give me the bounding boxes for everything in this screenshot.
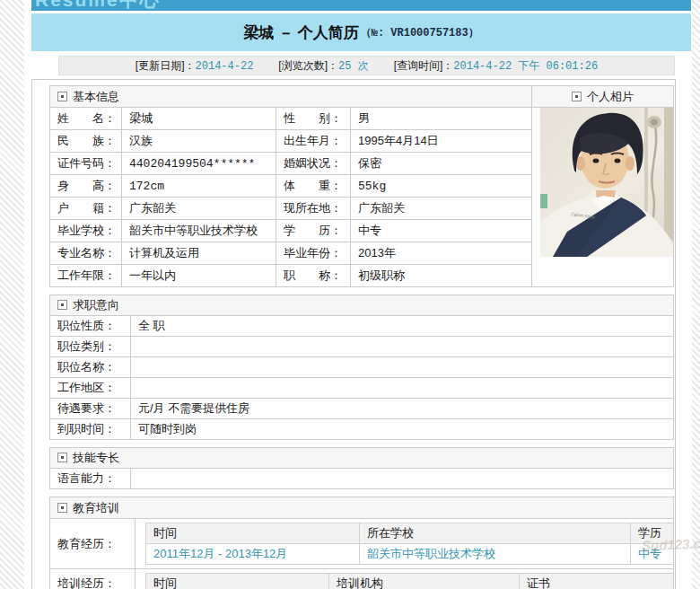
education-school: 韶关市中等职业技术学校	[360, 544, 631, 565]
resume-sections: 基本信息 个人相片 姓 名： 梁城 性 别： 男	[49, 85, 673, 589]
field-value: 1995年4月14日	[351, 130, 532, 153]
query-time-value: 2014-4-22 下午 06:01:26	[453, 60, 598, 73]
field-value: 55kg	[351, 175, 532, 198]
field-label: 证件号码：	[50, 153, 122, 175]
update-date: [更新日期]：2014-4-22	[136, 58, 253, 74]
field-value: 中专	[351, 220, 532, 242]
section-header-photo: 个人相片	[532, 86, 674, 108]
field-label: 职位类别：	[50, 337, 131, 357]
field-label: 性 别：	[276, 108, 351, 130]
table-row: 2011年12月 - 2013年12月 韶关市中等职业技术学校 中专	[146, 544, 674, 565]
education-table: 教育培训 教育经历： 时间 所在学校 学历 20	[49, 497, 674, 589]
photo-cell: Calvin Klein	[532, 108, 674, 287]
job-intention-table: 求职意向 职位性质：全 职 职位类别： 职位名称： 工作地区： 待遇要求：元/月…	[49, 294, 674, 440]
column-header: 所在学校	[360, 523, 631, 544]
field-value: 172cm	[122, 175, 276, 198]
table-row: 时间 所在学校 学历	[146, 523, 674, 544]
field-label: 专业名称：	[50, 242, 122, 265]
education-history-table: 时间 所在学校 学历 2011年12月 - 2013年12月 韶关市中等职业技术…	[145, 523, 674, 565]
view-count-value: 25 次	[338, 60, 369, 73]
table-row: 时间 培训机构 证书	[146, 574, 674, 589]
resume-title-banner: 梁城 － 个人简历 （№: VR1000757183）	[31, 13, 691, 51]
field-value	[131, 469, 674, 489]
field-label: 语言能力：	[50, 469, 131, 489]
field-label: 工作地区：	[50, 378, 131, 399]
field-label: 职位名称：	[50, 357, 131, 378]
field-value: 可随时到岗	[131, 419, 674, 440]
section-toggle-icon[interactable]	[57, 453, 67, 462]
education-period: 2011年12月 - 2013年12月	[146, 544, 360, 565]
field-value: 保密	[351, 153, 532, 175]
query-time: [查询时间]：2014-4-22 下午 06:01:26	[394, 58, 599, 74]
field-value: 440204199504******	[122, 153, 276, 175]
section-title: 技能专长	[73, 451, 119, 464]
table-row: 姓 名： 梁城 性 别： 男	[50, 108, 674, 130]
field-value: 元/月 不需要提供住房	[131, 399, 674, 419]
field-label: 体 重：	[276, 175, 351, 198]
column-header: 时间	[146, 523, 360, 544]
section-toggle-icon[interactable]	[572, 92, 582, 101]
field-label: 工作年限：	[50, 265, 122, 287]
view-count: [浏览次数]：25 次	[278, 58, 368, 74]
section-title: 求职意向	[73, 298, 119, 312]
section-toggle-icon[interactable]	[57, 300, 67, 310]
education-history-cell: 时间 所在学校 学历 2011年12月 - 2013年12月 韶关市中等职业技术…	[136, 519, 674, 569]
field-label: 身 高：	[50, 175, 122, 198]
update-date-label: [更新日期]：	[136, 59, 196, 72]
table-row: 语言能力：	[50, 469, 674, 489]
field-label: 户 籍：	[50, 198, 122, 220]
field-label: 学 历：	[276, 220, 351, 242]
page-title: 梁城 － 个人简历	[243, 22, 358, 43]
table-row: 技能专长	[50, 448, 674, 469]
update-date-value: 2014-4-22	[196, 60, 254, 73]
section-title: 教育培训	[73, 501, 119, 514]
table-row: 基本信息 个人相片	[50, 86, 674, 108]
resume-body: 基本信息 个人相片 姓 名： 梁城 性 别： 男	[31, 79, 676, 589]
field-value: 一年以内	[122, 265, 276, 287]
field-label: 婚姻状况：	[276, 153, 351, 175]
column-header: 时间	[146, 574, 329, 589]
field-value: 广东韶关	[122, 198, 276, 220]
section-header-intention: 求职意向	[50, 295, 674, 316]
meta-stats-bar: [更新日期]：2014-4-22 [浏览次数]：25 次 [查询时间]：2014…	[58, 56, 675, 75]
field-value	[131, 378, 674, 399]
resume-number: （№: VR1000757183）	[361, 25, 479, 40]
field-value: 初级职称	[351, 265, 532, 287]
query-time-label: [查询时间]：	[394, 59, 454, 72]
photo-section-title: 个人相片	[587, 90, 634, 103]
resume-page: { "topbar": { "brand": "Resume中心" }, "ba…	[0, 0, 700, 589]
field-label: 毕业学校：	[50, 220, 122, 242]
field-value: 汉族	[122, 130, 276, 153]
field-label: 到职时间：	[50, 419, 131, 440]
table-row: 职位性质：全 职	[50, 316, 674, 337]
field-label: 职位性质：	[50, 316, 131, 337]
field-value	[131, 337, 674, 357]
column-header: 证书	[520, 574, 674, 589]
section-header-basic: 基本信息	[50, 86, 532, 108]
section-toggle-icon[interactable]	[57, 503, 67, 513]
training-history-cell: 时间 培训机构 证书	[136, 569, 674, 589]
section-header-skills: 技能专长	[50, 448, 674, 469]
table-row: 工作地区：	[50, 378, 674, 399]
column-header: 学历	[631, 523, 674, 544]
field-label: 现所在地：	[276, 198, 351, 220]
section-toggle-icon[interactable]	[57, 92, 67, 101]
column-header: 培训机构	[329, 574, 520, 589]
education-degree: 中专	[631, 544, 674, 565]
view-count-label: [浏览次数]：	[278, 59, 338, 72]
table-row: 到职时间：可随时到岗	[50, 419, 674, 440]
field-label: 民 族：	[50, 130, 122, 153]
field-value: 韶关市中等职业技术学校	[122, 220, 276, 242]
basic-info-table: 基本信息 个人相片 姓 名： 梁城 性 别： 男	[49, 85, 674, 287]
table-row: 职位类别：	[50, 337, 674, 357]
site-brand-text: Resume中心	[35, 0, 691, 11]
table-row: 职位名称：	[50, 357, 674, 378]
field-label: 职 称：	[276, 265, 351, 287]
table-row: 求职意向	[50, 295, 674, 316]
page-container: Resume中心 梁城 － 个人简历 （№: VR1000757183） [更新…	[24, 0, 692, 589]
field-value: 全 职	[131, 316, 674, 337]
field-label: 毕业年份：	[276, 242, 351, 265]
field-value: 梁城	[122, 108, 276, 130]
field-label: 姓 名：	[50, 108, 122, 130]
field-value	[131, 357, 674, 378]
